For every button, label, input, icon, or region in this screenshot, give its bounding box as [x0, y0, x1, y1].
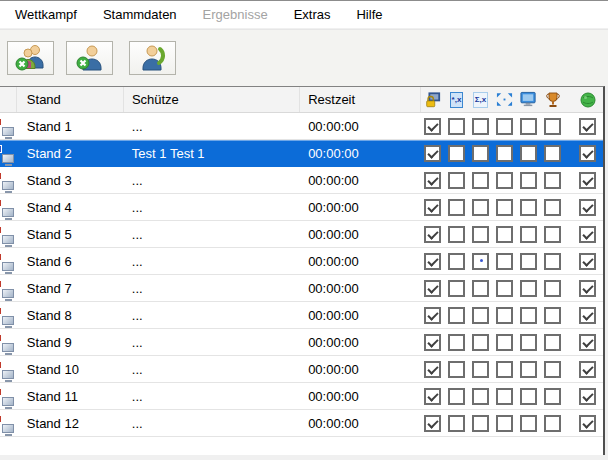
checkbox[interactable]	[424, 145, 441, 162]
column-header-stand[interactable]: Stand	[17, 87, 124, 112]
checkbox[interactable]	[496, 280, 513, 297]
checkbox[interactable]	[520, 118, 537, 135]
checkbox[interactable]	[472, 415, 489, 432]
checkbox[interactable]	[544, 388, 561, 405]
checkbox[interactable]	[496, 361, 513, 378]
checkbox[interactable]	[579, 118, 596, 135]
table-row[interactable]: xStand 2Test 1 Test 100:00:00	[0, 140, 603, 167]
table-row[interactable]: xStand 8...00:00:00	[0, 302, 603, 329]
checkbox[interactable]	[472, 388, 489, 405]
checkbox[interactable]	[424, 361, 441, 378]
checkbox[interactable]	[496, 415, 513, 432]
menu-item-wettkampf[interactable]: Wettkampf	[2, 2, 90, 28]
star-x-icon[interactable]: *,x	[448, 91, 465, 108]
checkbox[interactable]	[544, 226, 561, 243]
table-row[interactable]: xStand 1...00:00:00	[0, 113, 603, 140]
column-header-schuetze[interactable]: Schütze	[124, 87, 300, 112]
checkbox[interactable]	[424, 253, 441, 270]
checkbox[interactable]	[520, 388, 537, 405]
checkbox[interactable]	[448, 145, 465, 162]
delete-all-shooters-button[interactable]	[7, 41, 54, 75]
checkbox[interactable]	[448, 388, 465, 405]
checkbox[interactable]	[579, 199, 596, 216]
checkbox[interactable]	[544, 415, 561, 432]
checkbox[interactable]	[520, 280, 537, 297]
menu-item-hilfe[interactable]: Hilfe	[343, 2, 395, 28]
checkbox[interactable]	[448, 199, 465, 216]
checkbox[interactable]	[424, 388, 441, 405]
checkbox[interactable]	[472, 253, 489, 270]
delete-shooter-button[interactable]	[66, 41, 113, 75]
checkbox[interactable]	[520, 145, 537, 162]
checkbox[interactable]	[496, 388, 513, 405]
menu-item-ergebnisse[interactable]: Ergebnisse	[190, 2, 281, 28]
checkbox[interactable]	[579, 226, 596, 243]
monitor-icon[interactable]	[520, 91, 537, 108]
checkbox[interactable]	[448, 253, 465, 270]
table-row[interactable]: xStand 10...00:00:00	[0, 356, 603, 383]
checkbox[interactable]	[448, 172, 465, 189]
checkbox[interactable]	[579, 388, 596, 405]
checkbox[interactable]	[424, 415, 441, 432]
checkbox[interactable]	[496, 307, 513, 324]
checkbox[interactable]	[424, 172, 441, 189]
checkbox[interactable]	[424, 280, 441, 297]
checkbox[interactable]	[544, 334, 561, 351]
checkbox[interactable]	[496, 118, 513, 135]
checkbox[interactable]	[544, 199, 561, 216]
checkbox[interactable]	[472, 226, 489, 243]
checkbox[interactable]	[448, 280, 465, 297]
checkbox[interactable]	[520, 199, 537, 216]
checkbox[interactable]	[544, 253, 561, 270]
table-row[interactable]: xStand 3...00:00:00	[0, 167, 603, 194]
column-header-row-icon[interactable]	[0, 87, 17, 112]
checkbox[interactable]	[424, 307, 441, 324]
checkbox[interactable]	[496, 145, 513, 162]
checkbox[interactable]	[448, 334, 465, 351]
expand-icon[interactable]	[496, 91, 513, 108]
lock-icon[interactable]	[424, 91, 441, 108]
checkbox[interactable]	[544, 307, 561, 324]
globe-icon[interactable]	[579, 91, 596, 108]
checkbox[interactable]	[579, 172, 596, 189]
checkbox[interactable]	[472, 145, 489, 162]
checkbox[interactable]	[424, 199, 441, 216]
checkbox[interactable]	[448, 307, 465, 324]
checkbox[interactable]	[544, 145, 561, 162]
checkbox[interactable]	[520, 415, 537, 432]
checkbox[interactable]	[472, 118, 489, 135]
checkbox[interactable]	[472, 307, 489, 324]
checkbox[interactable]	[472, 334, 489, 351]
checkbox[interactable]	[496, 172, 513, 189]
checkbox[interactable]	[448, 415, 465, 432]
checkbox[interactable]	[520, 307, 537, 324]
checkbox[interactable]	[579, 280, 596, 297]
checkbox[interactable]	[448, 118, 465, 135]
checkbox[interactable]	[496, 199, 513, 216]
table-row[interactable]: xStand 6...00:00:00	[0, 248, 603, 275]
checkbox[interactable]	[579, 415, 596, 432]
checkbox[interactable]	[579, 334, 596, 351]
table-row[interactable]: xStand 4...00:00:00	[0, 194, 603, 221]
checkbox[interactable]	[520, 253, 537, 270]
table-row[interactable]: xStand 9...00:00:00	[0, 329, 603, 356]
checkbox[interactable]	[579, 307, 596, 324]
checkbox[interactable]	[424, 118, 441, 135]
menu-item-stammdaten[interactable]: Stammdaten	[90, 2, 190, 28]
checkbox[interactable]	[472, 280, 489, 297]
column-header-restzeit[interactable]: Restzeit	[300, 87, 421, 112]
checkbox[interactable]	[544, 361, 561, 378]
checkbox[interactable]	[544, 118, 561, 135]
checkbox[interactable]	[472, 199, 489, 216]
checkbox[interactable]	[496, 226, 513, 243]
checkbox[interactable]	[496, 253, 513, 270]
checkbox[interactable]	[579, 361, 596, 378]
checkbox[interactable]	[496, 334, 513, 351]
checkbox[interactable]	[424, 226, 441, 243]
menu-item-extras[interactable]: Extras	[281, 2, 344, 28]
table-row[interactable]: xStand 7...00:00:00	[0, 275, 603, 302]
checkbox[interactable]	[472, 361, 489, 378]
checkbox[interactable]	[448, 226, 465, 243]
checkbox[interactable]	[544, 280, 561, 297]
table-row[interactable]: xStand 5...00:00:00	[0, 221, 603, 248]
